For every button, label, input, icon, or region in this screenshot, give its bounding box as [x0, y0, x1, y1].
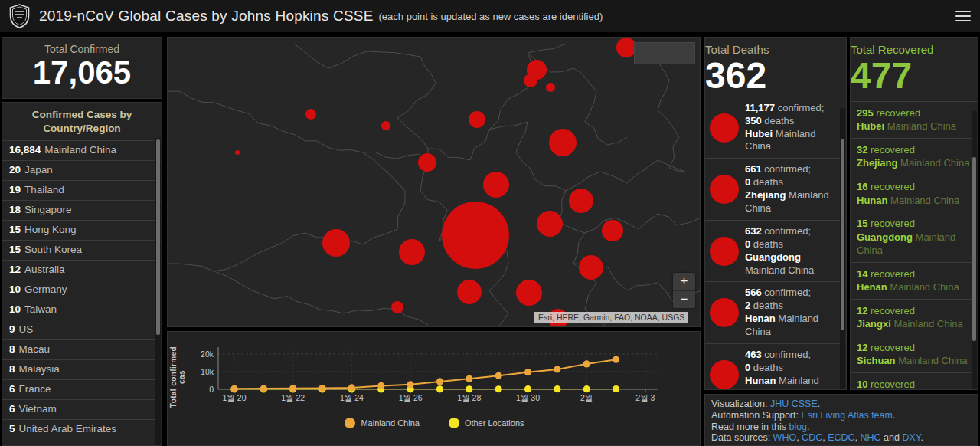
recovered-country: Mainland China	[887, 281, 959, 293]
country-row[interactable]: 8Macau	[2, 339, 162, 359]
case-bubble[interactable]	[549, 129, 577, 156]
case-bubble[interactable]	[569, 189, 593, 213]
country-row[interactable]: 6Vietnam	[2, 399, 162, 419]
case-bubble[interactable]	[524, 74, 537, 87]
sources-lines: Visualization: JHU CSSE.Automation Suppo…	[711, 398, 972, 446]
recovered-row[interactable]: 32 recoveredZhejiang Mainland China	[851, 138, 978, 175]
case-bubble[interactable]	[546, 83, 555, 92]
case-bubble[interactable]	[399, 239, 425, 265]
total-confirmed-panel: Total Confirmed 17,065	[2, 37, 162, 99]
info-link[interactable]: Esri Living Atlas team	[801, 410, 893, 421]
recovered-row[interactable]: 12 recoveredJiangxi Mainland China	[851, 299, 978, 336]
country-count: 15	[9, 244, 21, 255]
recovered-scrollbar-thumb[interactable]	[972, 157, 976, 341]
case-bubble[interactable]	[381, 121, 390, 130]
recovered-scrollbar[interactable]	[972, 111, 977, 389]
country-count: 19	[9, 184, 21, 195]
info-link[interactable]: CDC	[802, 432, 822, 443]
deaths-count: 0	[745, 176, 750, 188]
deaths-row[interactable]: 566 confirmed;2 deathsHenan Mainland Chi…	[705, 281, 846, 343]
chart-x-tick-label: 1월 28	[457, 393, 481, 402]
recovered-region: Sichuan	[857, 355, 896, 366]
recovered-region: Guangdong	[857, 231, 913, 243]
menu-icon[interactable]	[956, 11, 971, 21]
recovered-count: 14	[857, 268, 867, 280]
deaths-scrollbar-thumb[interactable]	[841, 139, 844, 330]
country-name: Japan	[24, 164, 53, 175]
case-bubble[interactable]	[235, 150, 240, 155]
deaths-row[interactable]: 661 confirmed;0 deathsZhejiang Mainland …	[705, 158, 846, 220]
info-link[interactable]: WHO	[773, 432, 797, 443]
country-row[interactable]: 10Germany	[2, 280, 162, 300]
country-row[interactable]: 9US	[2, 320, 162, 339]
country-list-scrollbar[interactable]	[155, 138, 161, 445]
info-text: ,	[855, 432, 861, 443]
confirmed-by-country-panel: Confirmed Cases by Country/Region 16,884…	[2, 102, 162, 446]
case-bubble[interactable]	[322, 229, 350, 257]
country-row[interactable]: 16,884Mainland China	[2, 140, 162, 160]
deaths-row[interactable]: 11,177 confirmed;350 deathsHubei Mainlan…	[705, 97, 846, 159]
total-recovered-panel: Total Recovered 477 295 recoveredHubei M…	[850, 37, 978, 390]
info-link[interactable]: blog	[789, 421, 807, 432]
recovered-region-line: Henan Mainland China	[857, 280, 972, 294]
recovered-count: 12	[857, 342, 867, 353]
case-bubble[interactable]	[391, 301, 403, 313]
chart-data-point	[583, 385, 590, 392]
deaths-row[interactable]: 632 confirmed;0 deathsGuangdong Mainland…	[705, 220, 846, 282]
recovered-row[interactable]: 295 recoveredHubei Mainland China	[851, 102, 978, 138]
case-bubble[interactable]	[516, 280, 542, 306]
country-row[interactable]: 6France	[2, 379, 162, 399]
deaths-scrollbar[interactable]	[840, 108, 845, 389]
recovered-word: recovered	[867, 342, 914, 353]
country-row[interactable]: 18Singapore	[2, 200, 162, 220]
legend-item[interactable]: Other Locations	[449, 418, 524, 428]
case-bubble[interactable]	[537, 211, 563, 237]
country-row[interactable]: 15South Korea	[2, 240, 162, 260]
info-link[interactable]: DXY	[902, 432, 920, 443]
country-row[interactable]: 10Taiwan	[2, 300, 162, 320]
country-row[interactable]: 19Thailand	[2, 180, 162, 200]
deaths-region: Hubei	[745, 128, 773, 139]
chart-y-tick-label: 20k	[201, 349, 214, 359]
recovered-region: Zhejiang	[857, 157, 897, 169]
country-list-scrollbar-thumb[interactable]	[156, 139, 160, 335]
province-border	[566, 160, 685, 191]
chart-x-tick-label: 1월 22	[281, 393, 305, 402]
deaths-row[interactable]: 463 confirmed;0 deathsHunan Mainland Chi…	[705, 343, 846, 390]
country-row[interactable]: 15Hong Kong	[2, 220, 162, 240]
case-bubble[interactable]	[457, 280, 482, 304]
case-bubble[interactable]	[602, 220, 623, 241]
case-bubble-icon	[710, 113, 739, 143]
country-count: 16,884	[9, 144, 41, 156]
recovered-row[interactable]: 12 recoveredSichuan Mainland China	[851, 336, 978, 372]
country-row[interactable]: 20Japan	[2, 160, 162, 180]
legend-item[interactable]: Mainland China	[345, 418, 419, 428]
recovered-row[interactable]: 14 recoveredHenan Mainland China	[851, 262, 978, 299]
info-link[interactable]: JHU CSSE	[770, 398, 818, 409]
chart-x-tick-label: 1월 20	[223, 393, 247, 402]
info-link[interactable]: NHC	[861, 432, 881, 443]
case-bubble-icon	[710, 175, 739, 204]
map-panel[interactable]: + − Esri, HERE, Garmin, FAO, NOAA, USGS	[167, 37, 701, 327]
country-name: Thailand	[24, 184, 64, 195]
deaths-region: Guangdong	[745, 251, 801, 263]
china-map[interactable]	[168, 38, 701, 327]
country-row[interactable]: 12Australia	[2, 260, 162, 280]
recovered-word: recovered	[867, 144, 914, 156]
zoom-out-button[interactable]: −	[673, 290, 695, 308]
map-overlay-box	[634, 42, 695, 64]
recovered-row[interactable]: 16 recoveredHunan Mainland China	[851, 175, 978, 212]
country-row[interactable]: 8Malaysia	[2, 359, 162, 379]
case-bubble[interactable]	[418, 153, 436, 172]
info-link[interactable]: ECDC	[828, 432, 854, 443]
case-bubble[interactable]	[442, 202, 509, 269]
case-bubble[interactable]	[483, 172, 509, 198]
zoom-in-button[interactable]: +	[673, 273, 695, 290]
case-bubble[interactable]	[469, 111, 485, 128]
case-bubble[interactable]	[305, 109, 316, 120]
recovered-row[interactable]: 10 recoveredShanghai Mainland China	[851, 372, 978, 390]
country-row[interactable]: 5United Arab Emirates	[2, 419, 162, 439]
recovered-row[interactable]: 15 recoveredGuangdong Mainland China	[851, 212, 978, 262]
recovered-word: recovered	[867, 379, 914, 390]
case-bubble[interactable]	[579, 255, 603, 280]
